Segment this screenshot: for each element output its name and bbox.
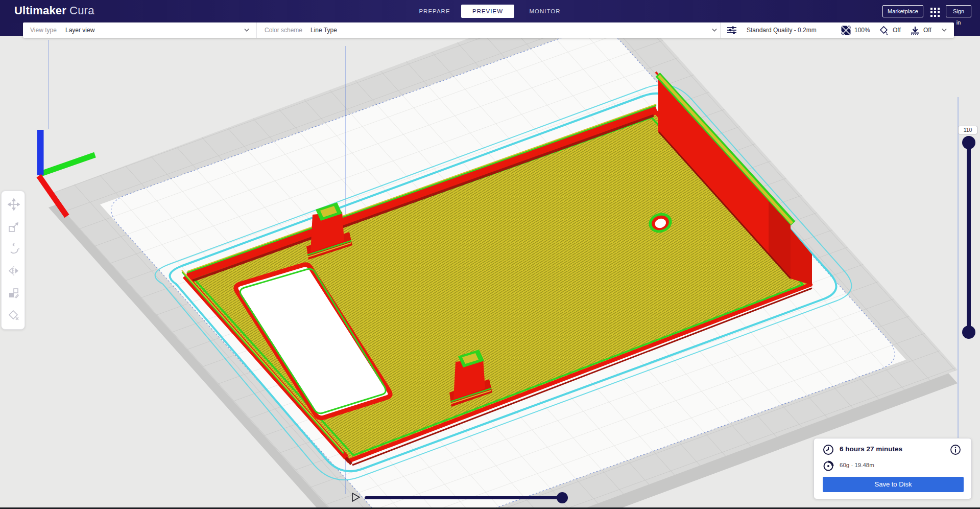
support-icon: [879, 26, 889, 36]
chevron-down-icon: [941, 28, 947, 33]
layer-number-label: 110: [958, 126, 977, 134]
view-type-value: Layer view: [65, 27, 94, 34]
view-type-label: View type: [30, 27, 57, 34]
app-logo: UltimakerCura: [14, 4, 94, 17]
rotate-tool-button[interactable]: [8, 243, 20, 255]
print-settings-summary[interactable]: Standard Quality - 0.2mm 100% Off Off: [721, 22, 954, 38]
sign-in-button[interactable]: Sign in: [946, 5, 971, 17]
mirror-tool-button[interactable]: [8, 265, 20, 277]
play-icon: [349, 491, 362, 503]
apps-grid-icon: [929, 7, 941, 18]
rotate-icon: [8, 243, 20, 255]
logo-cura: Cura: [69, 4, 94, 17]
info-icon[interactable]: [950, 444, 961, 455]
adhesion-value: Off: [923, 27, 931, 34]
layer-slider-top-handle[interactable]: [962, 136, 975, 149]
layer-slider-track[interactable]: [967, 136, 971, 336]
material-estimate: 60g · 19.48m: [840, 462, 874, 468]
clock-icon: [822, 444, 834, 456]
tab-prepare[interactable]: PREPARE: [411, 5, 458, 18]
tab-preview[interactable]: PREVIEW: [461, 5, 514, 18]
layer-slider-bottom-handle[interactable]: [962, 326, 975, 339]
infill-icon: [841, 26, 851, 35]
viewport-3d[interactable]: [0, 0, 980, 509]
color-scheme-label: Color scheme: [265, 27, 302, 34]
stage-menu-bar: View type Layer view Color scheme Line T…: [23, 22, 954, 38]
tab-monitor[interactable]: MONITOR: [520, 5, 570, 18]
simulation-slider-track[interactable]: [365, 496, 563, 499]
simulation-play-button[interactable]: [349, 491, 362, 503]
support-blocker-icon: [8, 309, 20, 321]
view-type-dropdown[interactable]: View type Layer view: [23, 22, 256, 38]
move-icon: [8, 198, 20, 211]
per-model-settings-button[interactable]: [8, 287, 20, 299]
scale-icon: [8, 221, 20, 233]
infill-value: 100%: [854, 27, 870, 34]
sliders-icon: [727, 26, 737, 35]
print-info-card: 6 hours 27 minutes 60g · 19.48m Save to …: [814, 438, 972, 499]
scale-tool-button[interactable]: [8, 221, 20, 233]
per-model-settings-icon: [8, 287, 20, 299]
spool-icon: [823, 460, 834, 472]
marketplace-button[interactable]: Marketplace: [882, 5, 923, 17]
simulation-slider-handle[interactable]: [557, 492, 568, 503]
chevron-down-icon: [244, 28, 250, 33]
save-to-disk-button[interactable]: Save to Disk: [823, 477, 964, 492]
model-toolbar: [1, 191, 25, 330]
move-tool-button[interactable]: [8, 198, 20, 211]
chevron-down-icon: [711, 28, 718, 33]
logo-ultimaker: Ultimaker: [14, 4, 66, 17]
color-scheme-dropdown[interactable]: Color scheme Line Type: [257, 22, 720, 38]
mirror-icon: [8, 265, 20, 277]
adhesion-icon: [910, 26, 920, 36]
color-scheme-value: Line Type: [310, 27, 337, 34]
profile-value: Standard Quality - 0.2mm: [747, 27, 817, 34]
support-blocker-button[interactable]: [8, 309, 20, 321]
support-value: Off: [893, 27, 901, 34]
apps-grid-icon[interactable]: [929, 7, 941, 18]
print-time-estimate: 6 hours 27 minutes: [840, 445, 902, 453]
